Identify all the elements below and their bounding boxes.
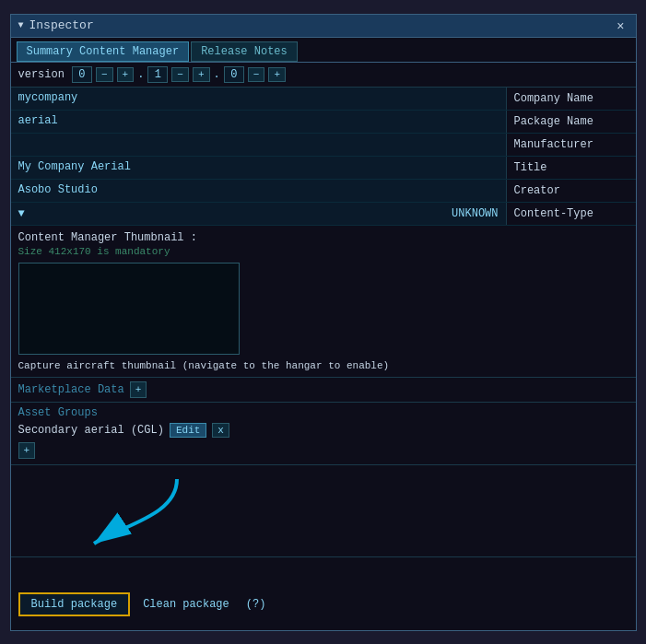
creator-value[interactable]: Asobo Studio: [11, 180, 507, 202]
help-button[interactable]: (?): [242, 594, 270, 615]
asset-item-name: Secondary aerial (CGL): [18, 424, 164, 437]
dropdown-arrow-icon: ▼: [18, 207, 25, 220]
bottom-bar: Build package Clean package (?): [11, 556, 636, 630]
thumbnail-section: Content Manager Thumbnail : Size 412x170…: [11, 226, 636, 378]
version-minor-plus[interactable]: +: [193, 67, 210, 82]
marketplace-add-button[interactable]: +: [130, 381, 147, 398]
thumbnail-box[interactable]: [18, 263, 240, 355]
content-type-value[interactable]: ▼UNKNOWN: [11, 203, 507, 225]
window-title: Inspector: [29, 18, 94, 32]
version-major-plus[interactable]: +: [117, 67, 135, 82]
clean-package-button[interactable]: Clean package: [137, 594, 235, 615]
version-minor-minus[interactable]: −: [171, 67, 189, 82]
thumbnail-caption: Capture aircraft thumbnail (navigate to …: [18, 360, 628, 371]
asset-item-remove-button[interactable]: x: [212, 423, 229, 438]
arrow-graphic: [66, 470, 214, 553]
title-label: Title: [507, 158, 636, 178]
version-minor-value: 1: [147, 66, 168, 83]
version-bar: version 0 − + . 1 − + . 0 − +: [11, 63, 636, 88]
tab-summary-content-manager[interactable]: Summary Content Manager: [17, 41, 190, 62]
company-name-label: Company Name: [507, 88, 636, 109]
creator-label: Creator: [507, 181, 636, 201]
field-row-package: aerial Package Name: [11, 111, 636, 134]
dot-2: .: [214, 68, 220, 81]
version-major-minus[interactable]: −: [96, 67, 113, 82]
company-name-value[interactable]: mycompany: [11, 88, 507, 110]
manufacturer-value[interactable]: [11, 134, 507, 156]
package-name-label: Package Name: [507, 111, 636, 132]
field-row-creator: Asobo Studio Creator: [11, 180, 636, 203]
tab-release-notes[interactable]: Release Notes: [191, 41, 298, 62]
field-row-title: My Company Aerial Title: [11, 157, 636, 180]
manufacturer-label: Manufacturer: [507, 135, 636, 155]
field-row-company: mycompany Company Name: [11, 88, 636, 111]
title-bar: ▼ Inspector ×: [11, 15, 636, 38]
field-row-manufacturer: Manufacturer: [11, 134, 636, 157]
asset-group-add-button[interactable]: +: [18, 442, 36, 459]
dot-1: .: [137, 68, 144, 81]
version-patch-plus[interactable]: +: [268, 67, 286, 82]
marketplace-title-row: Marketplace Data +: [18, 381, 628, 398]
asset-item: Secondary aerial (CGL) Edit x: [18, 423, 628, 438]
close-button[interactable]: ×: [613, 18, 628, 33]
version-label: version: [18, 68, 65, 81]
thumbnail-hint: Size 412x170 is mandatory: [18, 246, 628, 257]
asset-groups-title: Asset Groups: [18, 406, 628, 419]
version-major-value: 0: [72, 66, 92, 83]
title-icon: ▼: [18, 20, 24, 30]
content-area: mycompany Company Name aerial Package Na…: [11, 88, 636, 556]
asset-item-edit-button[interactable]: Edit: [170, 423, 206, 438]
inspector-window: ▼ Inspector × Summary Content Manager Re…: [10, 14, 637, 631]
content-type-label: Content-Type: [507, 204, 636, 224]
arrow-spacer: [11, 465, 636, 539]
title-value[interactable]: My Company Aerial: [11, 157, 507, 179]
tab-bar: Summary Content Manager Release Notes: [11, 38, 636, 63]
asset-groups-section: Asset Groups Secondary aerial (CGL) Edit…: [11, 403, 636, 465]
package-name-value[interactable]: aerial: [11, 111, 507, 133]
thumbnail-title: Content Manager Thumbnail :: [18, 231, 628, 244]
version-patch-minus[interactable]: −: [248, 67, 265, 82]
marketplace-title: Marketplace Data: [18, 383, 124, 396]
field-row-content-type: ▼UNKNOWN Content-Type: [11, 203, 636, 226]
marketplace-section: Marketplace Data +: [11, 378, 636, 403]
version-patch-value: 0: [224, 66, 244, 83]
bottom-buttons: Build package Clean package (?): [18, 592, 628, 616]
build-package-button[interactable]: Build package: [18, 592, 131, 616]
